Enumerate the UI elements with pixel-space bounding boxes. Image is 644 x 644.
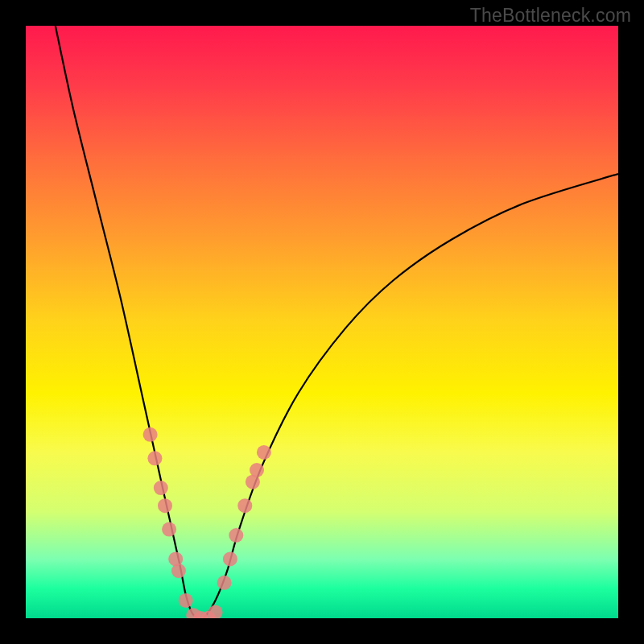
sample-point <box>143 427 158 442</box>
sample-point <box>208 605 223 618</box>
sample-point <box>154 481 168 495</box>
sample-point <box>257 445 271 460</box>
watermark-text: TheBottleneck.com <box>470 5 631 27</box>
sample-point <box>179 593 193 608</box>
chart-svg <box>26 26 618 618</box>
sample-point <box>250 463 264 477</box>
sample-point <box>147 451 162 465</box>
chart-frame: TheBottleneck.com <box>0 0 644 644</box>
plot-area <box>26 26 618 618</box>
sample-point <box>229 528 243 543</box>
sample-point <box>223 551 237 566</box>
sample-points-group <box>143 427 271 618</box>
sample-point <box>237 498 252 513</box>
sample-point <box>217 576 232 590</box>
sample-point <box>158 498 172 513</box>
sample-point <box>162 522 176 537</box>
sample-point <box>171 564 186 578</box>
bottleneck-curve <box>56 26 618 618</box>
